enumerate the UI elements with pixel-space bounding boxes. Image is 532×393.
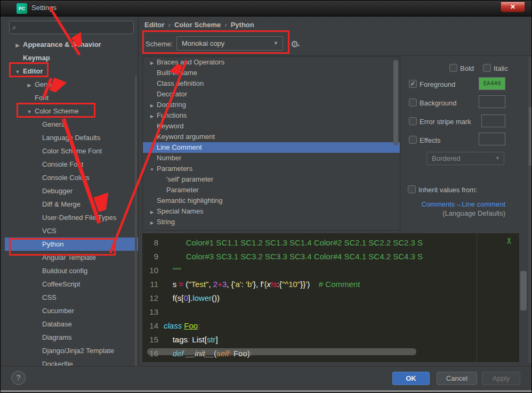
effects-style-dropdown[interactable]: Bordered ▼ [426,152,504,165]
error-stripe-color-swatch[interactable] [481,114,505,127]
chevron-collapsed-icon[interactable]: ▶ [147,58,157,69]
sidebar-item-css[interactable]: CSS [5,291,139,304]
code-token: + [217,280,222,289]
search-input[interactable] [22,22,129,32]
code-token: , [208,280,213,289]
code-token: 'a' [234,280,241,289]
background-color-swatch[interactable] [479,95,505,108]
sidebar-item-database[interactable]: Database [5,317,139,331]
chevron-collapsed-icon[interactable]: ▶ [24,79,35,92]
sidebar-item-appearance-behavior[interactable]: ▶Appearance & Behavior [5,38,139,51]
chevron-collapsed-icon[interactable]: ▶ [147,218,157,228]
element-item-number[interactable]: Number [143,153,400,163]
element-item-keyword[interactable]: Keyword [143,121,400,132]
element-item-parameter[interactable]: Parameter [143,185,400,195]
sidebar-item-angular-template[interactable]: Angular Template [5,251,139,264]
element-item-string[interactable]: ▶String [143,217,400,227]
sidebar-item-editor[interactable]: ▼Editor [5,64,139,78]
element-item-line-comment[interactable]: Line Comment [143,142,400,153]
sidebar-scrollbar[interactable] [135,75,137,366]
sidebar-item-font[interactable]: Font [5,91,139,104]
element-item-built-in-name[interactable]: Built-in name [143,68,400,78]
sidebar-item-diff-merge[interactable]: Diff & Merge [5,198,139,211]
sidebar-item-general[interactable]: ▶General [5,78,139,91]
chevron-down-icon: ▼ [495,152,500,165]
inherit-source-link[interactable]: Comments→Line comment [412,200,505,208]
search-icon: ⌕ [12,23,17,32]
breadcrumb-item-python[interactable]: Python [231,21,254,29]
sidebar-item-debugger[interactable]: Debugger [5,184,139,198]
preview-vscrollbar-thumb[interactable] [520,271,527,310]
sidebar-item-keymap[interactable]: Keymap [5,51,139,64]
element-item-functions[interactable]: ▶Functions [143,110,400,121]
sidebar-item-label: CoffeeScript [42,280,80,288]
effects-checkbox[interactable] [409,136,417,144]
code-token: 'b' [246,280,253,289]
chevron-expanded-icon[interactable]: ▼ [12,66,23,79]
effects-color-swatch[interactable] [479,133,505,145]
search-box[interactable]: ⌕ [9,21,134,34]
element-item-parameters[interactable]: ▼Parameters [143,163,400,174]
code-token: ( [183,280,188,289]
chevron-collapsed-icon[interactable]: ▶ [12,39,23,52]
background-checkbox[interactable] [409,99,417,107]
chevron-collapsed-icon[interactable]: ▶ [147,101,157,111]
help-button[interactable]: ? [11,371,26,385]
code-token: ]. [188,293,192,302]
element-item-keyword-argument[interactable]: Keyword argument [143,132,400,142]
code-token [310,280,319,289]
element-item-docstring[interactable]: ▶Docstring [143,100,400,110]
element-item-decorator[interactable]: Decorator [143,89,400,100]
breadcrumb-item-editor[interactable]: Editor [144,21,165,29]
chevron-collapsed-icon[interactable]: ▶ [147,207,157,218]
content-scrollbar-thumb[interactable] [529,107,531,166]
error-stripe-checkbox[interactable] [409,117,417,125]
sidebar-item-console-colors[interactable]: Console Colors [5,171,139,184]
sidebar-item-language-defaults[interactable]: Language Defaults [5,131,139,144]
italic-checkbox[interactable] [483,64,491,72]
sidebar-item-python[interactable]: Python [5,238,139,251]
sidebar-item-general[interactable]: General [5,118,139,131]
line-number: 11 [144,277,158,291]
sidebar-item-label: Python [42,240,63,248]
element-item-braces-and-operators[interactable]: ▶Braces and Operators [143,57,400,68]
foreground-checkbox[interactable]: ✓ [409,80,417,88]
inherit-checkbox[interactable] [408,185,416,193]
gear-icon[interactable]: ⚙▾ [291,39,299,50]
breadcrumb-item-color-scheme[interactable]: Color Scheme [174,21,221,29]
sidebar-item-color-scheme[interactable]: ▼Color Scheme [5,104,139,118]
scheme-dropdown[interactable]: Monokai copy ▼ [176,36,283,51]
cancel-button[interactable]: Cancel [437,372,477,385]
chevron-expanded-icon[interactable]: ▼ [24,105,35,119]
line-number: 8 [144,236,158,250]
breadcrumb-separator: › [224,21,227,29]
foreground-color-swatch[interactable]: EA440 [479,77,505,90]
sidebar-item-django-jinja2-template[interactable]: Django/Jinja2 Template [5,344,139,357]
sidebar-item-dockerfile[interactable]: Dockerfile [5,357,139,366]
sidebar-item-diagrams[interactable]: Diagrams [5,331,139,344]
code-token: }} [300,280,305,289]
element-item-special-names[interactable]: ▶Special Names [143,206,400,217]
title-bar[interactable]: PC Settings ✕ [1,1,532,17]
ok-button[interactable]: OK [392,372,430,385]
preview-hscrollbar-thumb[interactable] [147,348,416,355]
sidebar-item-coffeescript[interactable]: CoffeeScript [5,277,139,291]
close-button[interactable]: ✕ [501,2,525,12]
sidebar-item-color-scheme-font[interactable]: Color Scheme Font [5,144,139,158]
apply-button[interactable]: Apply [482,372,520,385]
code-token: f(s[ [164,293,184,302]
sidebar-item-label: Language Defaults [42,134,100,142]
sidebar-item-console-font[interactable]: Console Font [5,158,139,171]
element-item-class-definition[interactable]: Class definition [143,78,400,89]
sidebar-item-vcs[interactable]: VCS [5,224,139,238]
chevron-collapsed-icon[interactable]: ▶ [147,111,157,122]
element-item--self-parameter[interactable]: 'self' parameter [143,174,400,185]
element-tree-scrollbar[interactable] [393,60,398,145]
sidebar-item-user-defined-file-types[interactable]: User-Defined File Types [5,211,139,224]
sidebar-item-cucumber[interactable]: Cucumber [5,304,139,317]
bold-checkbox[interactable] [449,64,457,72]
sidebar-item-buildout-config[interactable]: Buildout config [5,264,139,277]
element-item-semantic-highlighting[interactable]: Semantic highlighting [143,195,400,206]
code-line-9: 9 Color#3 SC3.1 SC3.2 SC3.3 SC3.4 Color#… [142,250,521,264]
chevron-expanded-icon[interactable]: ▼ [147,165,157,175]
